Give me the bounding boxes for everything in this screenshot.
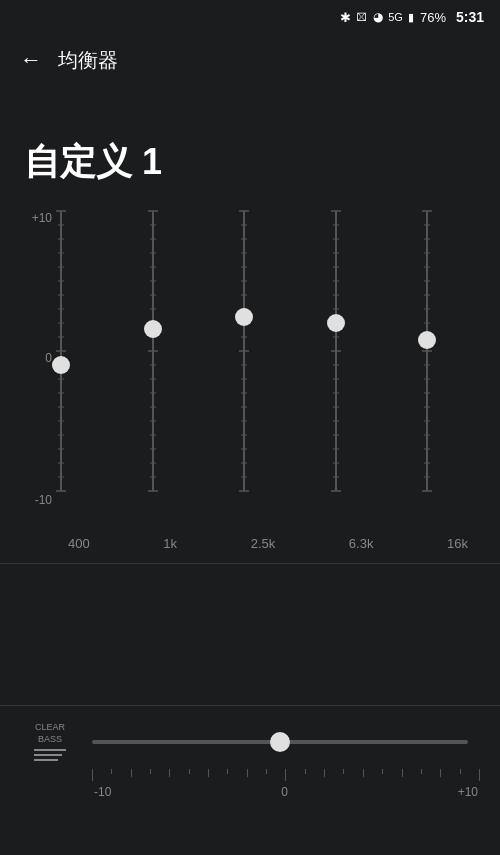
clear-label: CLEAR xyxy=(35,722,65,734)
ruler-tick-5 xyxy=(189,769,190,774)
eq-container: +10 0 -10 400 1k 2.5k 6.3k 16k xyxy=(24,211,476,551)
ruler-tick-13 xyxy=(343,769,344,774)
ruler-tick-0 xyxy=(92,769,93,781)
mute-icon: ⛝ xyxy=(356,10,368,24)
ruler-max: +10 xyxy=(458,785,478,799)
ruler-tick-7 xyxy=(227,769,228,774)
ruler-tick-14 xyxy=(363,769,364,777)
eq-slider-col-0 xyxy=(60,211,62,491)
bass-slider-thumb[interactable] xyxy=(270,732,290,752)
signal-bars-icon: ▮ xyxy=(408,11,414,24)
back-button[interactable]: ← xyxy=(20,47,42,73)
ruler-area: -10 0 +10 xyxy=(92,769,480,799)
ruler-tick-3 xyxy=(150,769,151,774)
ruler-tick-4 xyxy=(169,769,170,777)
clear-bass-label: CLEAR BASS xyxy=(20,722,80,761)
cb-line-3 xyxy=(34,759,58,761)
wifi-icon: ◕ xyxy=(373,10,383,24)
clear-bass-lines xyxy=(34,749,66,761)
x-label-400: 400 xyxy=(68,536,90,551)
x-label-6k3: 6.3k xyxy=(349,536,374,551)
ruler-tick-17 xyxy=(421,769,422,774)
bass-slider[interactable] xyxy=(92,740,468,744)
bottom-section: CLEAR BASS -10 0 +10 xyxy=(0,705,500,855)
page-title: 均衡器 xyxy=(58,47,118,74)
x-label-16k: 16k xyxy=(447,536,468,551)
ruler-tick-15 xyxy=(382,769,383,774)
eq-slider-col-4 xyxy=(426,211,428,491)
eq-slider-col-1 xyxy=(152,211,154,491)
ruler-mid: 0 xyxy=(281,785,288,799)
eq-slider-svg-1 xyxy=(141,211,165,491)
signal-icon: 5G xyxy=(388,11,403,23)
ruler-tick-12 xyxy=(324,769,325,777)
eq-thumb-3[interactable] xyxy=(327,314,345,332)
eq-thumb-0[interactable] xyxy=(52,356,70,374)
cb-line-2 xyxy=(34,754,62,756)
x-label-2k5: 2.5k xyxy=(251,536,276,551)
main-content: 自定义 1 +10 0 -10 400 1k 2.5k 6.3k 16k xyxy=(0,88,500,551)
preset-name: 自定义 1 xyxy=(24,138,476,187)
time-label: 5:31 xyxy=(456,9,484,25)
x-labels: 400 1k 2.5k 6.3k 16k xyxy=(60,536,476,551)
ruler-tick-10 xyxy=(285,769,286,781)
ruler-tick-1 xyxy=(111,769,112,774)
bluetooth-icon: ✱ xyxy=(340,10,351,25)
ruler-tick-6 xyxy=(208,769,209,777)
y-label-bot: -10 xyxy=(24,493,52,507)
status-icons: ✱ ⛝ ◕ 5G ▮ xyxy=(340,10,414,25)
eq-thumb-2[interactable] xyxy=(235,308,253,326)
bass-row: CLEAR BASS xyxy=(20,722,480,761)
ruler-track xyxy=(92,769,480,781)
ruler-tick-9 xyxy=(266,769,267,774)
eq-thumb-4[interactable] xyxy=(418,331,436,349)
ruler-tick-2 xyxy=(131,769,132,777)
ruler-tick-16 xyxy=(402,769,403,777)
ruler-tick-19 xyxy=(460,769,461,774)
eq-thumb-1[interactable] xyxy=(144,320,162,338)
top-bar: ← 均衡器 xyxy=(0,32,500,88)
eq-slider-col-2 xyxy=(243,211,245,491)
ruler-tick-11 xyxy=(305,769,306,774)
battery-label: 76% xyxy=(420,10,446,25)
y-label-top: +10 xyxy=(24,211,52,225)
eq-slider-svg-0 xyxy=(49,211,73,491)
eq-slider-svg-4 xyxy=(415,211,439,491)
ruler-tick-20 xyxy=(479,769,480,781)
x-label-1k: 1k xyxy=(163,536,177,551)
ruler-labels: -10 0 +10 xyxy=(92,785,480,799)
eq-area xyxy=(60,211,476,521)
eq-slider-col-3 xyxy=(335,211,337,491)
ruler-min: -10 xyxy=(94,785,111,799)
eq-slider-svg-3 xyxy=(324,211,348,491)
divider xyxy=(0,563,500,564)
cb-line-1 xyxy=(34,749,66,751)
ruler-tick-8 xyxy=(247,769,248,777)
y-label-mid: 0 xyxy=(24,351,52,365)
status-bar: ✱ ⛝ ◕ 5G ▮ 76% 5:31 xyxy=(0,0,500,32)
eq-slider-svg-2 xyxy=(232,211,256,491)
ruler-tick-18 xyxy=(440,769,441,777)
bass-label: BASS xyxy=(38,734,62,746)
